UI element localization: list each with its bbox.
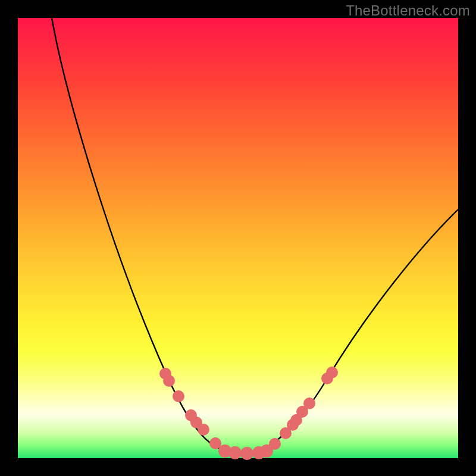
watermark-text: TheBottleneck.com — [346, 2, 470, 19]
chart-svg — [18, 18, 458, 458]
marker — [198, 424, 209, 436]
marker — [303, 397, 315, 409]
marker — [326, 367, 338, 378]
marker — [269, 438, 281, 450]
marker — [228, 446, 242, 459]
chart-frame: TheBottleneck.com — [0, 0, 476, 476]
marker — [173, 390, 184, 402]
marker — [163, 375, 175, 387]
chart-curve — [52, 18, 458, 453]
chart-markers — [159, 367, 338, 460]
marker — [240, 447, 253, 460]
